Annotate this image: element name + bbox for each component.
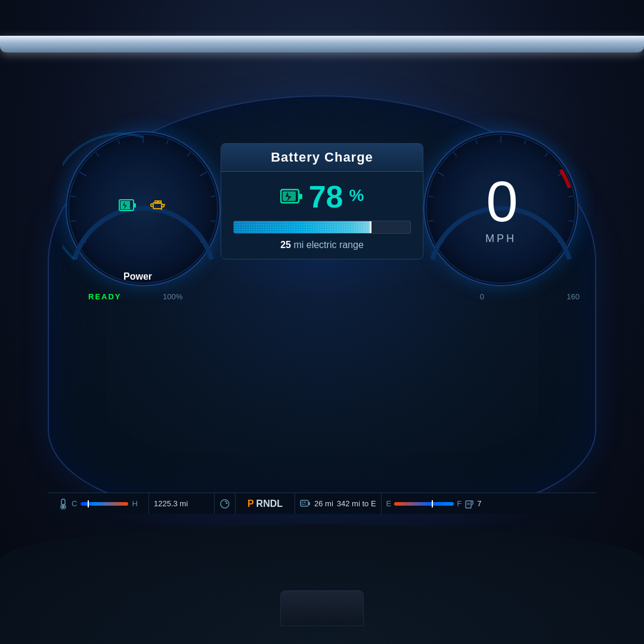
panel-body: 78 % 25 mi electric range xyxy=(221,172,423,259)
fuel-bar xyxy=(394,502,454,506)
ev-icon xyxy=(300,499,311,509)
total-range-value: 342 mi to E xyxy=(337,499,376,508)
range-label: electric range xyxy=(306,240,364,250)
odometer-value: 1225.3 mi xyxy=(154,499,188,508)
power-label: Power xyxy=(123,271,152,282)
left-gauge-content xyxy=(66,131,221,286)
bottom-bezel xyxy=(0,525,644,644)
engine-icon xyxy=(148,198,168,212)
gauge-percent-label: 100% xyxy=(163,292,182,301)
svg-rect-50 xyxy=(308,502,310,505)
steering-column xyxy=(280,590,364,626)
temp-indicator xyxy=(88,500,89,507)
battery-percentage-value: 78 xyxy=(309,181,343,212)
battery-icon-large xyxy=(280,187,303,206)
svg-rect-53 xyxy=(467,503,470,505)
gear-rndl: RNDL xyxy=(256,499,283,509)
fuel-e-label: E xyxy=(386,499,392,508)
battery-icon-small xyxy=(119,198,137,213)
fuel-segment: E F 7 xyxy=(382,493,590,514)
gauge-icons xyxy=(119,198,168,213)
temp-icon xyxy=(58,499,68,509)
charge-bar-fill xyxy=(234,221,371,233)
panel-title: Battery Charge xyxy=(271,150,373,165)
gear-p: P xyxy=(247,499,254,509)
ev-range-value: 26 mi xyxy=(314,499,333,508)
center-display-panel: Battery Charge 78 % xyxy=(221,143,423,259)
ready-label: READY xyxy=(88,292,122,301)
reset-icon xyxy=(219,499,230,509)
right-gauge-content: 0 MPH xyxy=(423,131,578,286)
speed-unit: MPH xyxy=(485,233,516,245)
temp-h-label: H xyxy=(132,499,137,508)
speed-value: 0 xyxy=(486,173,515,230)
reset-icon-segment xyxy=(215,493,236,514)
range-text: 25 mi electric range xyxy=(233,240,411,250)
dashboard-outer-frame: Power READY 100% 0 MPH xyxy=(0,0,644,644)
gear-segment: P RNDL xyxy=(236,493,295,514)
speed-scale-min: 0 xyxy=(480,292,484,301)
battery-percentage-symbol: % xyxy=(349,186,364,205)
speed-scale-max: 160 xyxy=(566,292,580,301)
odometer-segment: 1225.3 mi xyxy=(149,493,215,514)
range-value: 25 xyxy=(280,240,291,250)
fuel-f-label: F xyxy=(457,499,462,508)
svg-rect-42 xyxy=(299,194,302,199)
chrome-strip xyxy=(0,36,644,52)
fuel-indicator xyxy=(432,500,433,507)
svg-line-56 xyxy=(472,504,473,505)
status-bar: C H 1225.3 mi P RNDL xyxy=(48,493,596,514)
ev-range-segment: 26 mi 342 mi to E xyxy=(295,493,382,514)
charge-bar-dots xyxy=(234,221,371,233)
temp-segment: C H xyxy=(54,493,149,514)
temp-bar xyxy=(80,502,128,506)
extra-value: 7 xyxy=(477,499,481,508)
charge-bar-container xyxy=(233,221,411,234)
svg-rect-15 xyxy=(134,203,136,208)
panel-header: Battery Charge xyxy=(221,144,423,172)
range-unit: mi xyxy=(293,240,304,250)
fuel-pump-icon xyxy=(465,499,474,509)
temp-c-label: C xyxy=(72,499,77,508)
svg-point-46 xyxy=(62,505,65,508)
battery-percentage-row: 78 % xyxy=(233,181,411,212)
